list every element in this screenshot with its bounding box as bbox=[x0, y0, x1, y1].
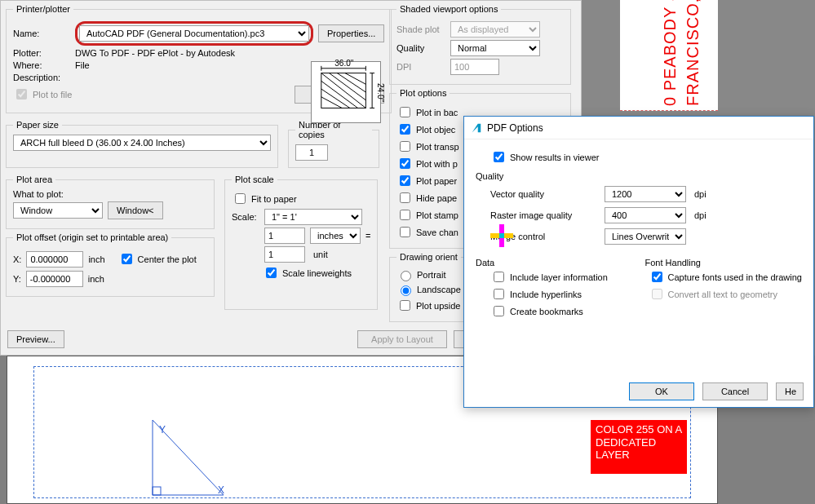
raster-quality-label: Raster image quality bbox=[490, 210, 596, 220]
paper-size-select[interactable]: ARCH full bleed D (36.00 x 24.00 Inches) bbox=[13, 135, 271, 151]
offset-y-input[interactable] bbox=[26, 271, 83, 287]
shaded-viewport-group: Shaded viewport options Shade plot As di… bbox=[389, 4, 571, 85]
create-bookmarks-checkbox[interactable] bbox=[494, 306, 504, 316]
show-results-checkbox[interactable] bbox=[494, 152, 504, 162]
upside-checkbox[interactable] bbox=[400, 300, 410, 311]
include-layer-label: Include layer information bbox=[510, 272, 608, 282]
plot-area-group: Plot area What to plot: Window Window< bbox=[6, 175, 215, 229]
plot-option-checkbox-0[interactable] bbox=[400, 107, 410, 117]
include-layer-checkbox[interactable] bbox=[494, 272, 504, 282]
offset-x-label: X: bbox=[13, 254, 21, 264]
printer-group: Printer/plotter Name: AutoCAD PDF (Gener… bbox=[6, 4, 392, 113]
plot-option-checkbox-2[interactable] bbox=[400, 141, 410, 152]
plot-option-checkbox-3[interactable] bbox=[400, 158, 410, 169]
convert-text-label: Convert all text to geometry bbox=[668, 290, 778, 299]
plot-option-checkbox-1[interactable] bbox=[400, 124, 410, 135]
landscape-label: Landscape bbox=[417, 285, 461, 294]
scale-den-input[interactable] bbox=[264, 246, 305, 263]
scale-select[interactable]: 1" = 1' bbox=[264, 209, 362, 225]
titleblock-line-b: FRANCISCO, bbox=[684, 0, 702, 106]
plot-option-label-5: Hide pape bbox=[416, 193, 457, 203]
red-color-box: COLOR 255 ON A DEDICATED LAYER bbox=[591, 420, 687, 474]
red-box-text: COLOR 255 ON A DEDICATED LAYER bbox=[596, 423, 682, 461]
quality-section: Quality bbox=[476, 171, 802, 181]
plot-option-checkbox-5[interactable] bbox=[400, 192, 410, 203]
plot-option-label-7: Save chan bbox=[416, 228, 458, 237]
window-pick-button[interactable]: Window< bbox=[108, 201, 163, 219]
plot-option-label-1: Plot objec bbox=[416, 125, 455, 135]
font-section: Font Handling bbox=[645, 258, 803, 267]
pdf-help-button[interactable]: He bbox=[776, 382, 804, 400]
pdf-title-text: PDF Options bbox=[487, 122, 543, 134]
scale-den-unit: unit bbox=[310, 250, 361, 259]
offset-y-unit: inch bbox=[88, 274, 104, 284]
plot-option-label-0: Plot in bac bbox=[416, 108, 458, 117]
svg-text:Y: Y bbox=[159, 424, 166, 435]
pdf-options-dialog: PDF Options Show results in viewer Quali… bbox=[463, 116, 814, 408]
titleblock-line-a: 0 PEABODY S bbox=[661, 0, 679, 106]
plot-option-checkbox-4[interactable] bbox=[400, 175, 410, 186]
create-bookmarks-label: Create bookmarks bbox=[510, 307, 583, 316]
title-block: 0 PEABODY S FRANCISCO, bbox=[620, 0, 718, 111]
page-preview: 36.0" 24.0" bbox=[311, 61, 381, 123]
name-label: Name: bbox=[13, 29, 70, 38]
plotter-value: DWG To PDF - PDF ePlot - by Autodesk bbox=[75, 48, 235, 58]
plot-area-legend: Plot area bbox=[13, 175, 55, 184]
scale-num-input[interactable] bbox=[264, 228, 305, 244]
quality-label: Quality bbox=[396, 43, 445, 53]
fit-to-paper-label: Fit to paper bbox=[251, 194, 297, 204]
printer-name-select[interactable]: AutoCAD PDF (General Documentation).pc3 bbox=[79, 25, 309, 42]
shade-plot-select: As displayed bbox=[450, 21, 540, 38]
offset-y-label: Y: bbox=[13, 274, 21, 284]
orientation-legend: Drawing orient bbox=[396, 252, 461, 262]
what-to-plot-select[interactable]: Window bbox=[13, 202, 103, 219]
printer-legend: Printer/plotter bbox=[13, 4, 73, 14]
dpi-input bbox=[450, 59, 499, 75]
copies-input[interactable] bbox=[295, 144, 328, 161]
plot-to-file-checkbox bbox=[16, 89, 27, 99]
center-plot-checkbox[interactable] bbox=[122, 254, 132, 264]
show-results-label: Show results in viewer bbox=[510, 153, 599, 162]
plot-option-label-6: Plot stamp bbox=[416, 210, 458, 220]
fit-to-paper-checkbox[interactable] bbox=[235, 193, 246, 204]
preview-height: 24.0" bbox=[376, 83, 385, 102]
merge-control-select[interactable]: Lines Overwrite bbox=[605, 228, 686, 245]
capture-fonts-checkbox[interactable] bbox=[652, 272, 662, 282]
plot-option-checkbox-7[interactable] bbox=[400, 227, 410, 237]
vector-quality-label: Vector quality bbox=[490, 189, 596, 199]
landscape-radio[interactable] bbox=[401, 285, 411, 296]
plot-option-checkbox-6[interactable] bbox=[400, 210, 410, 220]
portrait-radio[interactable] bbox=[401, 271, 411, 281]
pdf-ok-button[interactable]: OK bbox=[629, 382, 694, 400]
preview-width: 36.0" bbox=[334, 59, 353, 68]
apply-layout-button: Apply to Layout bbox=[357, 330, 447, 348]
where-label: Where: bbox=[13, 60, 70, 70]
preview-button[interactable]: Preview... bbox=[7, 330, 64, 348]
include-hyper-checkbox[interactable] bbox=[494, 289, 504, 299]
plot-scale-legend: Plot scale bbox=[232, 175, 277, 184]
plot-option-label-3: Plot with p bbox=[416, 159, 458, 169]
properties-button[interactable]: Properties... bbox=[318, 24, 384, 42]
include-hyper-label: Include hyperlinks bbox=[510, 290, 582, 299]
plot-offset-group: Plot offset (origin set to printable are… bbox=[6, 232, 215, 297]
raster-quality-select[interactable]: 400 bbox=[605, 207, 686, 223]
scale-num-unit[interactable]: inches bbox=[310, 228, 361, 244]
scale-lineweights-checkbox[interactable] bbox=[266, 267, 277, 278]
pdf-cancel-button[interactable]: Cancel bbox=[702, 382, 768, 400]
quality-select[interactable]: Normal bbox=[450, 40, 540, 56]
center-plot-label: Center the plot bbox=[138, 254, 197, 264]
convert-text-checkbox bbox=[652, 289, 662, 299]
scale-lineweights-label: Scale lineweights bbox=[282, 268, 352, 278]
offset-x-input[interactable] bbox=[26, 251, 83, 267]
vector-dpi-unit: dpi bbox=[694, 189, 706, 199]
offset-x-unit: inch bbox=[88, 254, 104, 264]
plot-options-legend: Plot options bbox=[396, 88, 450, 98]
capture-fonts-label: Capture fonts used in the drawing bbox=[668, 272, 803, 282]
svg-rect-19 bbox=[499, 233, 504, 238]
autodesk-logo-icon bbox=[471, 122, 482, 134]
pdf-titlebar[interactable]: PDF Options bbox=[464, 117, 813, 139]
scale-label: Scale: bbox=[232, 212, 259, 222]
copies-group: Number of copies bbox=[288, 120, 379, 168]
dpi-label: DPI bbox=[396, 62, 445, 72]
vector-quality-select[interactable]: 1200 bbox=[605, 186, 686, 202]
